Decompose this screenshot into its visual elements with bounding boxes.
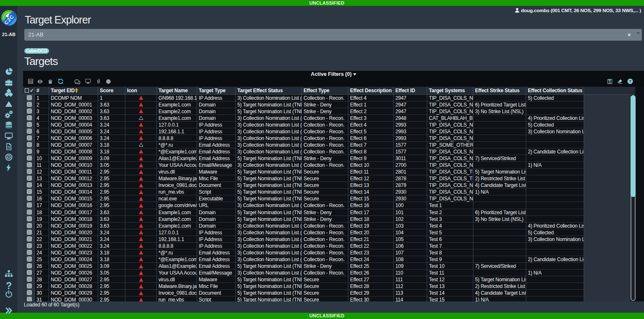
svg-text:?: ? [629, 79, 631, 83]
